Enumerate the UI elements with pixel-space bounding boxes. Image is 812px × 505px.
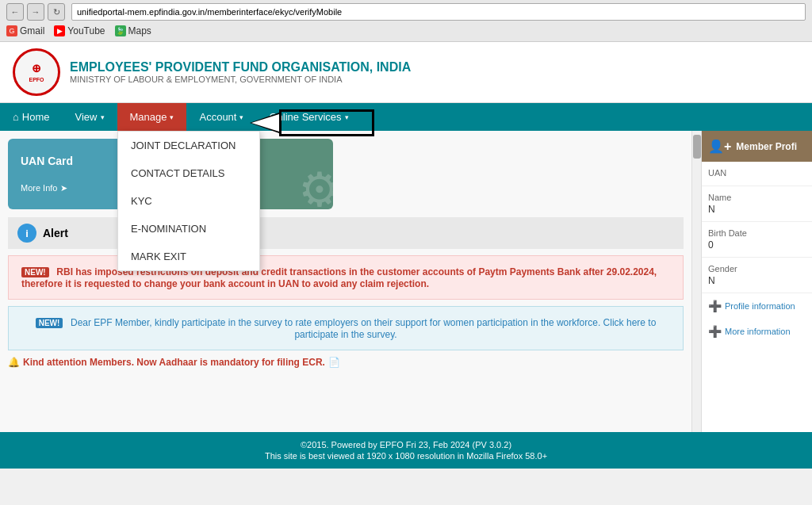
- gmail-bookmark[interactable]: G Gmail: [6, 25, 44, 36]
- reload-button[interactable]: ↻: [48, 3, 65, 21]
- nav-home[interactable]: ⌂ Home: [0, 103, 63, 131]
- arrow-annotation: [250, 109, 374, 136]
- main-content: UAN Card More Info ➤ ⚙ More Info ➤ ⚙ i A…: [0, 131, 691, 432]
- dropdown-joint-declaration[interactable]: JOINT DECLARATION: [118, 132, 259, 159]
- new-badge-rbi: NEW!: [21, 267, 49, 277]
- nav-manage-label: Manage: [130, 111, 167, 123]
- home-icon: ⌂: [13, 111, 19, 123]
- browser-chrome: ← → ↻ G Gmail ▶ YouTube 🍃 Maps: [0, 0, 812, 42]
- maps-icon: 🍃: [115, 25, 126, 36]
- gmail-label: Gmail: [20, 25, 44, 36]
- profile-birthdate-label: Birth Date: [708, 228, 806, 238]
- profile-information-label: Profile information: [725, 301, 795, 311]
- main-nav: ⌂ Home View ▾ Manage ▾ Account ▾ Online …: [0, 103, 812, 131]
- footer-line1: ©2015. Powered by EPFO Fri 23, Feb 2024 …: [6, 440, 806, 450]
- profile-info-plus-icon: ➕: [708, 300, 722, 312]
- profile-name-value: N: [708, 204, 806, 215]
- dropdown-kyc[interactable]: KYC: [118, 187, 259, 215]
- more-info-plus-icon: ➕: [708, 325, 722, 338]
- forward-button[interactable]: →: [27, 3, 44, 21]
- alert-title: Alert: [43, 227, 68, 239]
- dropdown-mark-exit[interactable]: MARK EXIT: [118, 243, 259, 270]
- alert-section: i Alert NEW! RBI has imposed restriction…: [8, 217, 684, 368]
- nav-account[interactable]: Account ▾: [186, 103, 256, 131]
- bell-icon: 🔔: [8, 357, 20, 368]
- alert-box-rbi: NEW! RBI has imposed restrictions on dep…: [8, 255, 684, 300]
- alert-header: i Alert: [8, 217, 684, 249]
- alert-text-survey[interactable]: Dear EPF Member, kindly participate in t…: [71, 317, 656, 340]
- dropdown-contact-details[interactable]: CONTACT DETAILS: [118, 159, 259, 187]
- org-name: EMPLOYEES' PROVIDENT FUND ORGANISATION, …: [70, 60, 411, 75]
- youtube-icon: ▶: [54, 25, 65, 36]
- nav-manage[interactable]: Manage ▾: [117, 103, 187, 131]
- profile-uan-label: UAN: [708, 168, 806, 178]
- nav-home-label: Home: [22, 111, 50, 123]
- view-caret-icon: ▾: [101, 113, 105, 121]
- nav-account-label: Account: [199, 111, 236, 123]
- member-profile-title: Member Profi: [736, 141, 797, 152]
- org-logo: ⊕ EPFO: [13, 48, 60, 96]
- gear-icon-2: ⚙: [298, 162, 333, 209]
- org-info: EMPLOYEES' PROVIDENT FUND ORGANISATION, …: [70, 60, 411, 84]
- gmail-icon: G: [6, 25, 17, 36]
- member-profile-panel: 👤+ Member Profi UAN Name N Birth Date 0 …: [701, 131, 812, 432]
- account-caret-icon: ▾: [239, 113, 243, 121]
- attention-line: 🔔 Kind attention Members. Now Aadhaar is…: [8, 357, 684, 368]
- more-information-label: More information: [725, 327, 791, 336]
- site-wrapper: ⊕ EPFO EMPLOYEES' PROVIDENT FUND ORGANIS…: [0, 42, 812, 469]
- profile-gender-label: Gender: [708, 264, 806, 274]
- profile-birthdate-value: 0: [708, 239, 806, 251]
- youtube-label: YouTube: [67, 25, 105, 36]
- alert-box-survey[interactable]: NEW! Dear EPF Member, kindly participate…: [8, 306, 684, 350]
- maps-label: Maps: [128, 25, 151, 36]
- profile-information-link[interactable]: ➕ Profile information: [702, 293, 812, 319]
- dropdown-e-nomination[interactable]: E-NOMINATION: [118, 215, 259, 243]
- attention-text: Kind attention Members. Now Aadhaar is m…: [23, 357, 325, 368]
- nav-view[interactable]: View ▾: [63, 103, 117, 131]
- profile-gender-row: Gender N: [702, 258, 812, 293]
- profile-add-icon: 👤+: [708, 139, 731, 154]
- member-profile-header: 👤+ Member Profi: [702, 131, 812, 162]
- profile-name-row: Name N: [702, 186, 812, 222]
- scroll-track[interactable]: [691, 131, 701, 432]
- back-button[interactable]: ←: [6, 3, 24, 21]
- new-badge-survey: NEW!: [36, 318, 63, 328]
- address-bar[interactable]: [71, 3, 806, 21]
- more-information-link[interactable]: ➕ More information: [702, 319, 812, 344]
- footer-line2: This site is best viewed at 1920 x 1080 …: [6, 451, 806, 461]
- profile-name-label: Name: [708, 193, 806, 202]
- site-header: ⊕ EPFO EMPLOYEES' PROVIDENT FUND ORGANIS…: [0, 42, 812, 103]
- profile-uan-row: UAN: [702, 162, 812, 186]
- maps-bookmark[interactable]: 🍃 Maps: [115, 25, 151, 36]
- profile-birthdate-row: Birth Date 0: [702, 222, 812, 258]
- uan-cards: UAN Card More Info ➤ ⚙ More Info ➤ ⚙: [8, 139, 684, 209]
- manage-dropdown: JOINT DECLARATION CONTACT DETAILS KYC E-…: [117, 131, 260, 271]
- scroll-thumb[interactable]: [693, 135, 701, 159]
- youtube-bookmark[interactable]: ▶ YouTube: [54, 25, 105, 36]
- alert-icon: i: [17, 224, 36, 243]
- pdf-icon: 📄: [328, 357, 340, 368]
- profile-gender-value: N: [708, 275, 806, 286]
- manage-caret-icon: ▾: [170, 113, 174, 121]
- nav-view-label: View: [75, 111, 98, 123]
- site-footer: ©2015. Powered by EPFO Fri 23, Feb 2024 …: [0, 432, 812, 469]
- ministry-name: MINISTRY OF LABOUR & EMPLOYMENT, GOVERNM…: [70, 75, 411, 84]
